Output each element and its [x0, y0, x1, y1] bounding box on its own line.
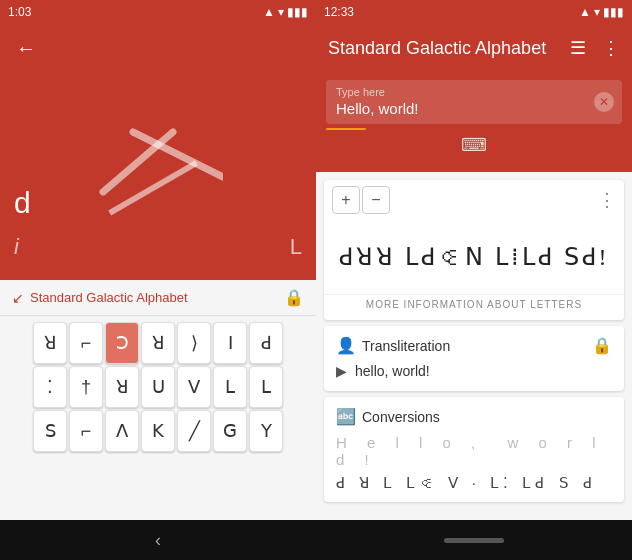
- right-wifi-icon: ▾: [594, 5, 600, 19]
- left-status-icons: ▲ ▾ ▮▮▮: [263, 5, 308, 19]
- transliteration-header: 👤 Transliteration 🔒: [336, 336, 612, 355]
- key-r2c5[interactable]: ꓦ: [177, 366, 211, 408]
- right-status-icons: ▲ ▾ ▮▮▮: [579, 5, 624, 19]
- keyboard-header: ↙ Standard Galactic Alphabet 🔒: [0, 280, 316, 316]
- conversion-hello-row: H e l l o , w o r l d !: [336, 434, 612, 468]
- corner-i: i: [14, 234, 19, 260]
- left-main-area: i L d: [0, 72, 316, 280]
- input-area: Type here Hello, world! ✕ ⌨: [316, 72, 632, 172]
- input-placeholder: Type here: [336, 86, 586, 98]
- key-r1c4[interactable]: ꓤ: [141, 322, 175, 364]
- keyboard-arrow-icon: ↙: [12, 290, 24, 306]
- letter-d: d: [14, 186, 31, 220]
- galactic-text-display: ꓒꓤꓤ ꓡꓒꒊꓠ ꓡ⁞ꓡꓒ ꓢꓒ!: [339, 243, 610, 271]
- key-row-1: ꓤ ⌐ ꓛ ꓤ ⟩ ꓲ ꓒ: [4, 322, 312, 364]
- char-card-top: + − ⋮: [324, 180, 624, 220]
- key-r3c6[interactable]: ꓖ: [213, 410, 247, 452]
- back-button[interactable]: ←: [8, 29, 44, 68]
- conversion-spaced-text: H e l l o , w o r l d !: [336, 434, 612, 468]
- key-r3c7[interactable]: ꓬ: [249, 410, 283, 452]
- transliteration-icon: 👤: [336, 336, 356, 355]
- zoom-in-button[interactable]: +: [332, 186, 360, 214]
- key-r1c7[interactable]: ꓒ: [249, 322, 283, 364]
- right-nav-bar: [316, 520, 632, 560]
- left-toolbar: ←: [0, 24, 316, 72]
- key-r2c4[interactable]: ꓴ: [141, 366, 175, 408]
- key-r3c5[interactable]: ╱: [177, 410, 211, 452]
- conversions-title: Conversions: [362, 409, 440, 425]
- conversions-title-row: 🔤 Conversions: [336, 407, 612, 426]
- play-button[interactable]: ▶: [336, 363, 347, 379]
- input-text[interactable]: Hello, world!: [336, 100, 419, 117]
- key-r1c5[interactable]: ⟩: [177, 322, 211, 364]
- key-r3c3[interactable]: ꓥ: [105, 410, 139, 452]
- input-box[interactable]: Type here Hello, world! ✕: [326, 80, 622, 124]
- conversion-galactic-row: ꓒ ꓤ ꓡ ꓡꒊ ꓦ · ꓡ⁚ ꓡꓒ ꓢ ꓒ: [336, 474, 612, 492]
- key-r1c2[interactable]: ⌐: [69, 322, 103, 364]
- zoom-controls: + −: [332, 186, 390, 214]
- key-r2c7[interactable]: ꓡ: [249, 366, 283, 408]
- more-info-label[interactable]: MORE INFORMATION ABOUT LETTERS: [324, 294, 624, 320]
- keyboard-rows: ꓤ ⌐ ꓛ ꓤ ⟩ ꓲ ꓒ ⁚ † ꓤ ꓴ ꓦ ꓡ ꓡ ꓢ ⌐: [0, 316, 316, 458]
- svg-line-0: [103, 132, 173, 192]
- transliteration-card: 👤 Transliteration 🔒 ▶ hello, world!: [324, 326, 624, 391]
- more-options-icon[interactable]: ⋮: [598, 33, 624, 63]
- char-display-area: ꓒꓤꓤ ꓡꓒꒊꓠ ꓡ⁞ꓡꓒ ꓢꓒ!: [324, 220, 624, 290]
- key-r3c1[interactable]: ꓢ: [33, 410, 67, 452]
- key-row-2: ⁚ † ꓤ ꓴ ꓦ ꓡ ꓡ: [4, 366, 312, 408]
- right-time: 12:33: [324, 5, 354, 19]
- right-battery-icon: ▮▮▮: [603, 5, 624, 19]
- key-r2c1[interactable]: ⁚: [33, 366, 67, 408]
- right-content: + − ⋮ ꓒꓤꓤ ꓡꓒꒊꓠ ꓡ⁞ꓡꓒ ꓢꓒ! MORE INFORMATION…: [316, 172, 632, 520]
- keyboard-header-title: Standard Galactic Alphabet: [30, 290, 188, 305]
- zoom-out-button[interactable]: −: [362, 186, 390, 214]
- transliteration-lock-icon: 🔒: [592, 336, 612, 355]
- char-card-menu-icon[interactable]: ⋮: [598, 189, 616, 211]
- right-title: Standard Galactic Alphabet: [328, 38, 566, 59]
- conversions-icon: 🔤: [336, 407, 356, 426]
- conversion-galactic-text: ꓒ ꓤ ꓡ ꓡꒊ ꓦ · ꓡ⁚ ꓡꓒ ꓢ ꓒ: [336, 474, 597, 492]
- keyboard-toggle-icon[interactable]: ⌨: [461, 134, 487, 156]
- transliteration-title-row: 👤 Transliteration: [336, 336, 450, 355]
- right-panel: 12:33 ▲ ▾ ▮▮▮ Standard Galactic Alphabet…: [316, 0, 632, 560]
- keyboard-panel: ↙ Standard Galactic Alphabet 🔒 ꓤ ⌐ ꓛ ꓤ ⟩…: [0, 280, 316, 520]
- clear-button[interactable]: ✕: [594, 92, 614, 112]
- nav-home-pill[interactable]: [444, 538, 504, 543]
- left-time: 1:03: [8, 5, 31, 19]
- center-symbol: [103, 116, 213, 206]
- right-status-bar: 12:33 ▲ ▾ ▮▮▮: [316, 0, 632, 24]
- transliteration-title: Transliteration: [362, 338, 450, 354]
- keyboard-lock-icon: 🔒: [284, 288, 304, 307]
- transliteration-play-row: ▶ hello, world!: [336, 361, 612, 381]
- battery-icon: ▮▮▮: [287, 5, 308, 19]
- key-r1c1[interactable]: ꓤ: [33, 322, 67, 364]
- keyboard-icon-bar: ⌨: [326, 130, 622, 158]
- right-toolbar-icons: ☰ ⋮: [566, 33, 624, 63]
- key-r3c4[interactable]: ꓗ: [141, 410, 175, 452]
- list-icon[interactable]: ☰: [566, 33, 590, 63]
- char-card: + − ⋮ ꓒꓤꓤ ꓡꓒꒊꓠ ꓡ⁞ꓡꓒ ꓢꓒ! MORE INFORMATION…: [324, 180, 624, 320]
- key-r1c6[interactable]: ꓲ: [213, 322, 247, 364]
- wifi-icon: ▾: [278, 5, 284, 19]
- key-r1c3-highlighted[interactable]: ꓛ: [105, 322, 139, 364]
- conversions-card: 🔤 Conversions H e l l o , w o r l d ! ꓒ …: [324, 397, 624, 502]
- transliteration-text: hello, world!: [355, 363, 430, 379]
- signal-icon: ▲: [263, 5, 275, 19]
- key-r2c3[interactable]: ꓤ: [105, 366, 139, 408]
- left-status-bar: 1:03 ▲ ▾ ▮▮▮: [0, 0, 316, 24]
- key-r2c6[interactable]: ꓡ: [213, 366, 247, 408]
- left-nav-back[interactable]: ‹: [155, 530, 161, 551]
- corner-L: L: [290, 234, 302, 260]
- key-r2c2[interactable]: †: [69, 366, 103, 408]
- key-r3c2[interactable]: ⌐: [69, 410, 103, 452]
- right-signal-icon: ▲: [579, 5, 591, 19]
- left-nav-bar: ‹: [0, 520, 316, 560]
- right-toolbar: Standard Galactic Alphabet ☰ ⋮: [316, 24, 632, 72]
- key-row-3: ꓢ ⌐ ꓥ ꓗ ╱ ꓖ ꓬ: [4, 410, 312, 452]
- left-panel: 1:03 ▲ ▾ ▮▮▮ ← i L d ↙: [0, 0, 316, 560]
